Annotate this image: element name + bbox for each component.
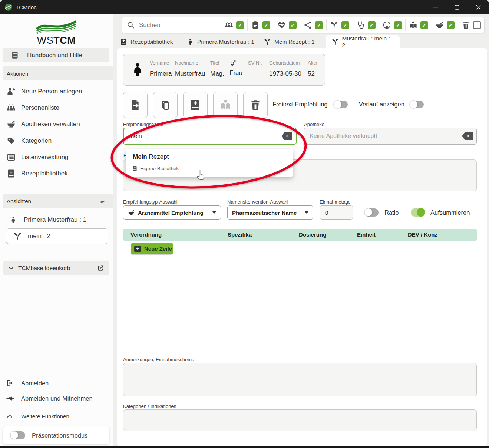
search-input[interactable]: Suchen <box>139 22 161 29</box>
sidebar-view-primera[interactable]: Primera Musterfrau : 1 <box>10 214 86 226</box>
suggestion-item[interactable]: Mein Rezept <box>133 153 169 161</box>
sidebar-item-apotheken[interactable]: Apotheken verwalten <box>7 118 80 131</box>
checkbox-checked[interactable]: ✓ <box>420 21 428 29</box>
checkbox-checked[interactable]: ✓ <box>447 21 455 29</box>
prescription-table-header: Verordnung Spezifika Dosierung Einheit D… <box>123 229 477 241</box>
filter-share-nodes[interactable]: ✓ <box>300 19 326 30</box>
clipboard-icon <box>251 21 260 29</box>
sidebar-item-ideenkorb[interactable]: TCMbase Ideenkorb <box>3 261 109 275</box>
maximize-button[interactable] <box>446 0 467 14</box>
checkbox-checked[interactable]: ✓ <box>341 21 349 29</box>
section-label: Aktionen <box>7 70 28 77</box>
tab-label: Mein Rezept : 1 <box>274 39 315 45</box>
sidebar-view-mein-selected[interactable]: mein : 2 <box>6 228 108 244</box>
verlauf-toggle[interactable] <box>410 101 424 108</box>
sidebar-item-abmelden-mitnehmen[interactable]: Abmelden und Mitnehmen <box>6 392 93 405</box>
filter-clipboard[interactable]: ✓ <box>247 19 274 30</box>
clear-input-icon[interactable]: ✕ <box>462 132 473 140</box>
button-label: Neue Zeile <box>144 246 172 252</box>
checkbox-checked[interactable]: ✓ <box>236 21 244 29</box>
export-recommendation-button[interactable] <box>123 92 148 118</box>
freitext-toggle[interactable] <box>334 101 348 108</box>
tab-mein-rezept[interactable]: Mein Rezept : 1 <box>264 35 315 48</box>
copy-icon <box>159 99 171 111</box>
sidebar-item-label: Abmelden und Mitnehmen <box>21 395 93 402</box>
filter-people-group[interactable]: ✓ <box>221 19 247 30</box>
filter-trash[interactable] <box>458 19 484 30</box>
sidebar-item-neue-person[interactable]: Neue Person anlegen <box>7 85 82 98</box>
apotheke-input[interactable]: Keine Apotheke verknüpft ✕ <box>304 128 477 145</box>
patient-field-geschlecht: Frau <box>229 60 242 77</box>
checkbox-checked[interactable]: ✓ <box>368 21 376 29</box>
chevron-down-icon[interactable] <box>7 264 15 272</box>
sidebar-item-label: TCMbase Ideenkorb <box>18 265 70 271</box>
tab-label: Musterfrau : mein : 2 <box>342 35 393 49</box>
ratio-toggle[interactable] <box>364 208 379 217</box>
toggle-label: Präsentationsmodus <box>32 432 87 439</box>
checkbox-checked[interactable]: ✓ <box>262 21 270 29</box>
sidebar-item-label: Personenliste <box>21 104 59 112</box>
copy-recommendation-button[interactable] <box>153 92 178 118</box>
book-reader-button-disabled <box>213 92 238 118</box>
checkbox-unchecked[interactable] <box>473 21 481 29</box>
filter-seedling[interactable]: ✓ <box>326 19 353 30</box>
minimize-button[interactable] <box>424 0 446 14</box>
kategorien-textarea[interactable] <box>123 409 477 431</box>
filter-mortar[interactable]: ✓ <box>432 19 458 30</box>
sidebar-item-personenliste[interactable]: Personenliste <box>7 101 59 115</box>
tab-rezeptbibliothek[interactable]: Rezeptbibliothek <box>120 35 173 48</box>
tab-label: Primera Musterfrau : 1 <box>197 39 254 45</box>
external-link-icon[interactable] <box>97 264 104 272</box>
filter-groups: ✓ ✓ ✓ ✓ ✓ <box>221 17 484 33</box>
neue-zeile-button[interactable]: + Neue Zeile <box>131 243 173 254</box>
tab-musterfrau-mein-active[interactable]: Musterfrau : mein : 2 <box>326 35 400 48</box>
book-plus-icon <box>189 99 201 111</box>
wstcm-wave-icon <box>34 19 79 36</box>
chevron-up-icon <box>6 412 13 420</box>
sidebar-item-label: Listenverwaltung <box>21 154 69 161</box>
clear-input-icon[interactable]: ✕ <box>281 132 292 140</box>
person-icon <box>130 61 145 78</box>
praesentationsmodus-toggle[interactable] <box>10 431 25 439</box>
seedling-icon <box>330 21 338 29</box>
filter-heart-pulse[interactable]: ✓ <box>274 19 300 30</box>
checkbox-checked[interactable]: ✓ <box>394 21 402 29</box>
patient-field-geburtsdatum: Geburtsdatum 1973-05-30 <box>269 60 301 78</box>
einnahmetage-input-wrap <box>320 205 353 220</box>
filter-face-tongue[interactable]: ✓ <box>379 19 405 30</box>
checkbox-checked[interactable]: ✓ <box>289 21 297 29</box>
aufsummieren-toggle[interactable] <box>411 208 425 217</box>
checkbox-checked[interactable]: ✓ <box>315 21 323 29</box>
delete-recommendation-button[interactable] <box>243 92 268 118</box>
anmerkungen-textarea[interactable] <box>123 363 477 396</box>
column-header-dosierung: Dosierung <box>299 231 326 238</box>
sidebar-item-listenverwaltung[interactable]: Listenverwaltung <box>7 151 69 164</box>
chevron-down-icon <box>305 211 308 214</box>
save-to-library-button[interactable] <box>183 92 208 118</box>
patient-card: Vorname Primera Nachname Musterfrau Tite… <box>123 54 325 86</box>
sort-lines-icon[interactable] <box>100 198 107 205</box>
app-logo-icon <box>4 3 12 11</box>
filter-stethoscope[interactable]: ✓ <box>353 19 379 30</box>
sidebar: WSTCM Handbuch und Hilfe Aktionen Neue P… <box>0 14 113 446</box>
patient-field-svnr: SV-Nr. <box>248 60 262 70</box>
sidebar-item-kategorien[interactable]: Kategorien <box>7 134 52 148</box>
hand-cursor-icon <box>195 169 206 181</box>
einnahmetage-input[interactable] <box>324 209 348 216</box>
sidebar-item-label: Weitere Funktionen <box>21 413 69 419</box>
main-area: Suchen ✓ ✓ ✓ ✓ <box>113 14 489 446</box>
close-button[interactable] <box>467 0 489 14</box>
search-icon <box>127 21 135 29</box>
namenskonvention-select[interactable]: Pharmazeutischer Name <box>227 205 313 220</box>
empfehlungstyp-select[interactable]: Arzneimittel Empfehlung <box>123 205 221 220</box>
chevron-down-icon <box>212 211 216 214</box>
tab-primera-musterfrau[interactable]: Primera Musterfrau : 1 <box>187 35 254 48</box>
book-plus-icon <box>120 38 127 45</box>
sidebar-item-rezeptbibliothek[interactable]: Rezeptbibliothek <box>7 167 68 180</box>
sidebar-item-handbuch[interactable]: Handbuch und Hilfe <box>3 48 109 62</box>
sidebar-item-weitere-funktionen[interactable]: Weitere Funktionen <box>6 410 69 422</box>
sidebar-item-abmelden[interactable]: Abmelden <box>6 377 49 389</box>
filter-book-reader[interactable]: ✓ <box>405 19 432 30</box>
patient-field-vorname: Vorname Primera <box>150 60 172 78</box>
empfehlungsname-input[interactable] <box>128 132 145 140</box>
